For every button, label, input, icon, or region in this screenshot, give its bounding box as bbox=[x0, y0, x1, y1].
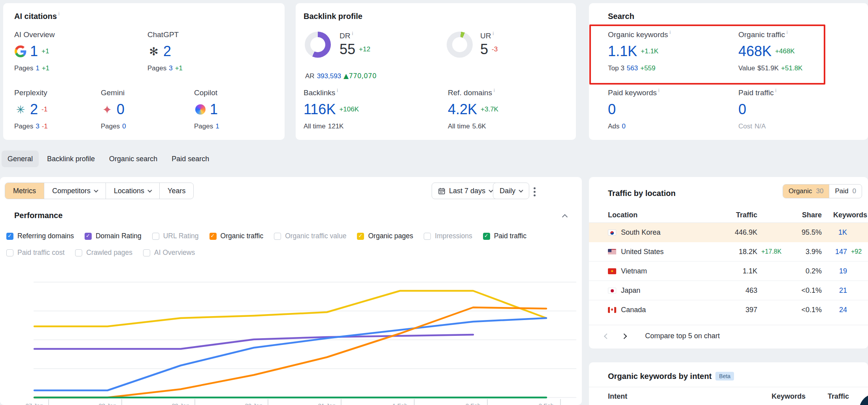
ai-citations-title: AI citationsi bbox=[14, 12, 59, 21]
keywords-link[interactable]: 19 bbox=[822, 267, 847, 275]
metric-checkbox-item[interactable]: Organic pages bbox=[357, 232, 413, 240]
ai-overview-count[interactable]: 1 bbox=[30, 43, 38, 60]
metric-checkbox-item[interactable]: Organic traffic bbox=[209, 232, 264, 240]
pages-link[interactable]: 1 bbox=[36, 64, 39, 72]
metric-ref-domains: Ref. domainsi 4.2K +3.7K All time5.6K bbox=[448, 89, 498, 130]
metric-checkbox-item[interactable]: URL Rating bbox=[152, 232, 199, 240]
organic-traffic-count[interactable]: 468K bbox=[738, 43, 772, 60]
metric-checkbox-item[interactable]: AI Overviews bbox=[143, 249, 195, 257]
info-icon[interactable]: i bbox=[775, 88, 776, 93]
metric-copilot: Copilot 1 Pages1 bbox=[194, 89, 222, 130]
metric-url-rating: URi 5 -3 bbox=[480, 32, 498, 58]
perplexity-count[interactable]: 2 bbox=[30, 101, 38, 118]
google-icon bbox=[14, 45, 27, 57]
location-row[interactable]: South Korea 446.9K 95.5% 1K bbox=[589, 223, 868, 242]
checkbox-icon bbox=[424, 233, 431, 240]
location-row[interactable]: Vietnam 1.1K 0.2% 19 bbox=[589, 262, 868, 281]
traffic-by-location-title: Traffic by location bbox=[608, 189, 676, 198]
performance-title: Performance bbox=[14, 211, 62, 220]
info-icon[interactable]: i bbox=[659, 88, 660, 93]
granularity-button[interactable]: Daily bbox=[493, 183, 529, 199]
tab-backlink-profile[interactable]: Backlink profile bbox=[41, 151, 101, 167]
checkbox-icon bbox=[85, 233, 92, 240]
metric-checkbox-item[interactable]: Referring domains bbox=[6, 232, 74, 240]
filter-metrics[interactable]: Metrics bbox=[5, 183, 44, 199]
previous-page-button[interactable] bbox=[604, 333, 609, 339]
info-icon[interactable]: i bbox=[337, 88, 338, 93]
checkbox-icon bbox=[6, 249, 13, 256]
beta-badge: Beta bbox=[715, 372, 734, 381]
backlinks-count[interactable]: 116K bbox=[304, 101, 336, 118]
location-row[interactable]: Japan 463 <0.1% 21 bbox=[589, 281, 868, 300]
svg-text:2 Feb: 2 Feb bbox=[466, 402, 481, 405]
location-row[interactable]: Canada 397 <0.1% 24 bbox=[589, 300, 868, 320]
metric-checkbox-item[interactable]: Paid traffic bbox=[483, 232, 526, 240]
location-pager: Compare top 5 on chart bbox=[605, 332, 720, 340]
organic-keywords-count[interactable]: 1.1K bbox=[608, 43, 637, 60]
collapse-section-icon[interactable] bbox=[562, 214, 568, 220]
metric-ai-overview: AI Overview 1 +1 Pages1+1 bbox=[14, 30, 55, 72]
info-icon[interactable]: i bbox=[787, 30, 788, 35]
metric-checkbox-item[interactable]: Paid traffic cost bbox=[6, 249, 64, 257]
top3-link[interactable]: 563 bbox=[627, 64, 638, 72]
backlink-profile-title: Backlink profile bbox=[304, 12, 362, 21]
location-row[interactable]: United States 18.2K +17.8K 3.9% 147 +92 bbox=[589, 242, 868, 262]
chatgpt-count[interactable]: 2 bbox=[163, 43, 171, 60]
keywords-by-intent-card: Organic keywords by intentBeta Intent Ke… bbox=[589, 362, 868, 405]
ar-link[interactable]: 393,593 bbox=[317, 72, 341, 80]
ads-link[interactable]: 0 bbox=[622, 122, 625, 130]
info-icon[interactable]: i bbox=[352, 31, 353, 36]
paid-traffic-count[interactable]: 0 bbox=[738, 101, 746, 118]
pages-link[interactable]: 0 bbox=[122, 122, 126, 130]
keywords-link[interactable]: 1K bbox=[822, 228, 847, 237]
toggle-organic[interactable]: Organic30 bbox=[783, 185, 829, 198]
pages-link[interactable]: 3 bbox=[36, 122, 39, 130]
metric-checkbox-item[interactable]: Domain Rating bbox=[85, 232, 142, 240]
search-title: Search bbox=[608, 12, 634, 21]
checkbox-icon bbox=[357, 233, 364, 240]
keywords-link[interactable]: 24 bbox=[822, 306, 847, 314]
filter-competitors[interactable]: Competitors bbox=[44, 183, 106, 199]
tab-paid-search[interactable]: Paid search bbox=[166, 151, 215, 167]
paid-keywords-count[interactable]: 0 bbox=[608, 101, 616, 118]
svg-text:1 Feb: 1 Feb bbox=[392, 402, 408, 405]
checkbox-icon bbox=[209, 233, 217, 240]
tab-general[interactable]: General bbox=[2, 151, 39, 167]
checkbox-icon bbox=[143, 249, 150, 256]
section-tabs: General Backlink profile Organic search … bbox=[2, 151, 215, 167]
info-icon[interactable]: i bbox=[492, 31, 494, 36]
keywords-link[interactable]: 147 bbox=[822, 248, 847, 256]
keywords-by-intent-title: Organic keywords by intentBeta bbox=[608, 372, 734, 381]
next-page-button[interactable] bbox=[621, 333, 627, 339]
tab-organic-search[interactable]: Organic search bbox=[103, 151, 163, 167]
info-icon[interactable]: i bbox=[58, 11, 60, 17]
metric-organic-keywords: Organic keywordsi 1.1K +1.1K Top 3563+55… bbox=[608, 30, 671, 72]
svg-text:27 Jan: 27 Jan bbox=[25, 402, 43, 405]
compare-top5-label: Compare top 5 on chart bbox=[645, 332, 720, 340]
organic-paid-toggle: Organic30 Paid0 bbox=[783, 184, 862, 198]
metric-checkbox-item[interactable]: Crawled pages bbox=[75, 249, 132, 257]
svg-text:30 Jan: 30 Jan bbox=[245, 402, 262, 405]
pages-link[interactable]: 1 bbox=[215, 122, 219, 130]
pages-link[interactable]: 3 bbox=[169, 64, 172, 72]
filter-years[interactable]: Years bbox=[159, 183, 193, 199]
metric-checkbox-item[interactable]: Impressions bbox=[424, 232, 472, 240]
metric-checkbox-item[interactable]: Organic traffic value bbox=[274, 232, 346, 240]
copilot-count[interactable]: 1 bbox=[210, 101, 218, 118]
toggle-paid[interactable]: Paid0 bbox=[829, 185, 862, 198]
traffic-by-location-card: Traffic by location Organic30 Paid0 Loca… bbox=[589, 177, 868, 348]
japan-flag-icon bbox=[608, 288, 616, 294]
metric-perplexity: Perplexity ✳ 2 -1 Pages3-1 bbox=[14, 89, 50, 130]
location-table-header: Location Traffic Share Keywords bbox=[589, 208, 868, 223]
keywords-link[interactable]: 21 bbox=[822, 286, 847, 295]
filter-locations[interactable]: Locations bbox=[106, 183, 159, 199]
ref-domains-count[interactable]: 4.2K bbox=[448, 101, 477, 118]
gemini-icon: ✦ bbox=[101, 103, 113, 117]
info-icon[interactable]: i bbox=[494, 88, 495, 93]
gemini-count[interactable]: 0 bbox=[117, 101, 125, 118]
date-range-button[interactable]: Last 7 days bbox=[432, 183, 499, 199]
more-options-button[interactable] bbox=[531, 185, 538, 199]
perplexity-icon: ✳ bbox=[14, 104, 27, 116]
info-icon[interactable]: i bbox=[670, 30, 671, 35]
metric-backlinks: Backlinksi 116K +106K All time121K bbox=[304, 89, 359, 130]
